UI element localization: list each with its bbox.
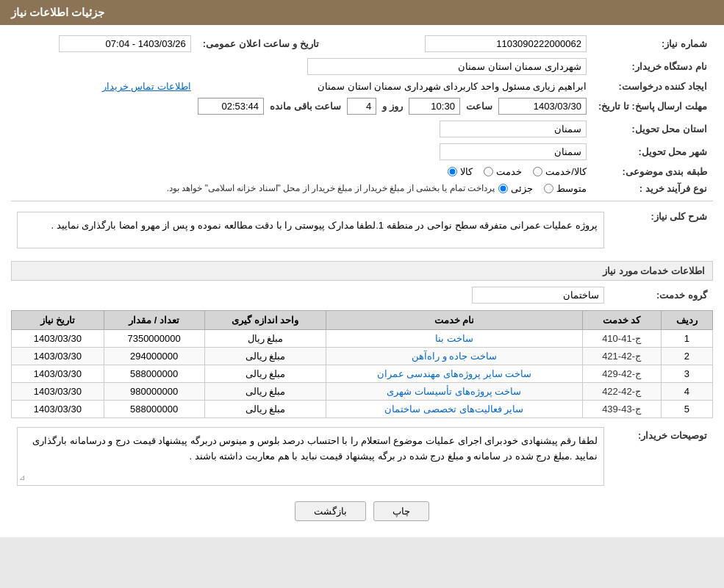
cell-name: ساخت سایر پروژه‌های مهندسی عمران <box>326 365 582 383</box>
process-option-motavset[interactable]: متوسط <box>544 183 587 194</box>
services-table: ردیف کد خدمت نام خدمت واحد اندازه گیری ت… <box>11 310 713 418</box>
cell-qty: 7350000000 <box>104 330 204 348</box>
process-radio-group: متوسط جزئی <box>498 183 587 194</box>
cell-qty: 980000000 <box>104 383 204 401</box>
process-label: نوع فرآیند خرید : <box>592 180 713 197</box>
service-group-input[interactable] <box>472 287 604 304</box>
deadline-time-label: ساعت <box>466 101 492 112</box>
col-header-code: کد خدمت <box>582 311 661 330</box>
dastgah-label: نام دستگاه خریدار: <box>592 55 713 78</box>
cell-date: 1403/03/30 <box>12 401 104 418</box>
description-box: پروژه عملیات عمرانی متفرقه سطح نواحی در … <box>17 212 604 248</box>
services-section-header: اطلاعات خدمات مورد نیاز <box>11 261 713 281</box>
cell-row: 4 <box>661 383 712 401</box>
col-header-row: ردیف <box>661 311 712 330</box>
cell-qty: 588000000 <box>104 365 204 383</box>
city-label: شهر محل تحویل: <box>592 140 713 163</box>
category-option-kala-khedmat[interactable]: کالا/خدمت <box>533 166 587 177</box>
cell-name: سایر فعالیت‌های تخصصی ساختمان <box>326 401 582 418</box>
table-row: 2 ج-42-421 ساخت جاده و راه‌آهن مبلغ ریال… <box>12 348 713 365</box>
description-label: شرح کلی نیاز: <box>610 205 713 255</box>
category-radio-group: کالا/خدمت خدمت کالا <box>448 166 587 177</box>
cell-code: ج-42-421 <box>582 348 661 365</box>
deadline-days-input[interactable] <box>347 98 376 115</box>
print-button[interactable]: چاپ <box>373 501 429 521</box>
cell-unit: مبلغ ریالی <box>204 365 326 383</box>
cell-row: 1 <box>661 330 712 348</box>
deadline-remaining-label: ساعت باقی مانده <box>270 101 341 112</box>
cell-code: ج-43-439 <box>582 401 661 418</box>
date-announce-label: تاریخ و ساعت اعلان عمومی: <box>197 32 325 55</box>
cell-row: 5 <box>661 401 712 418</box>
cell-name: ساخت پروژه‌های تأسیسات شهری <box>326 383 582 401</box>
category-option-khedmat[interactable]: خدمت <box>484 166 522 177</box>
process-note: پرداخت تمام یا بخشی از مبلغ خریدار از مب… <box>167 183 495 193</box>
info-table-top: شماره نیاز: تاریخ و ساعت اعلان عمومی: نا… <box>11 32 713 197</box>
cell-date: 1403/03/30 <box>12 330 104 348</box>
process-option-jozi[interactable]: جزئی <box>498 183 533 194</box>
col-header-date: تاریخ نیاز <box>12 311 104 330</box>
cell-unit: مبلغ ریالی <box>204 383 326 401</box>
province-label: استان محل تحویل: <box>592 118 713 140</box>
province-input[interactable] <box>440 121 587 137</box>
cell-name: ساخت جاده و راه‌آهن <box>326 348 582 365</box>
date-announce-input[interactable] <box>59 35 191 52</box>
col-header-qty: تعداد / مقدار <box>104 311 204 330</box>
description-text: پروژه عملیات عمرانی متفرقه سطح نواحی در … <box>51 220 598 231</box>
cell-code: ج-42-429 <box>582 365 661 383</box>
cell-row: 3 <box>661 365 712 383</box>
page-title: جزئیات اطلاعات نیاز <box>11 6 104 18</box>
buyer-notes-text: لطفا رقم پیشنهادی خودبرای اجرای عملیات م… <box>32 435 598 462</box>
buyer-notes-table: توصیحات خریدار: لطفا رقم پیشنهادی خودبرا… <box>11 424 713 489</box>
deadline-label: مهلت ارسال پاسخ: تا تاریخ: <box>592 95 713 118</box>
page-header: جزئیات اطلاعات نیاز <box>0 0 724 25</box>
page-wrapper: جزئیات اطلاعات نیاز شماره نیاز: تاریخ و … <box>0 0 724 537</box>
button-row: چاپ بازگشت <box>11 492 713 530</box>
contact-link[interactable]: اطلاعات تماس خریدار <box>102 81 191 92</box>
cell-row: 2 <box>661 348 712 365</box>
creator-label: ایجاد کننده درخواست: <box>592 78 713 95</box>
table-row: 1 ج-41-410 ساخت بنا مبلغ ریال 7350000000… <box>12 330 713 348</box>
resize-handle[interactable]: ⊿ <box>19 472 25 484</box>
col-header-unit: واحد اندازه گیری <box>204 311 326 330</box>
cell-qty: 588000000 <box>104 401 204 418</box>
deadline-remaining-input[interactable] <box>198 98 264 115</box>
deadline-time-input[interactable] <box>409 98 460 115</box>
creator-value: ابراهیم زیاری مسئول واحد کاربردای شهردار… <box>318 81 587 92</box>
category-option-kala[interactable]: کالا <box>448 166 473 177</box>
cell-unit: مبلغ ریالی <box>204 401 326 418</box>
back-button[interactable]: بازگشت <box>295 501 366 521</box>
deadline-date-input[interactable] <box>498 98 587 115</box>
table-row: 5 ج-43-439 سایر فعالیت‌های تخصصی ساختمان… <box>12 401 713 418</box>
table-row: 4 ج-42-422 ساخت پروژه‌های تأسیسات شهری م… <box>12 383 713 401</box>
table-row: 3 ج-42-429 ساخت سایر پروژه‌های مهندسی عم… <box>12 365 713 383</box>
cell-name: ساخت بنا <box>326 330 582 348</box>
service-group-label: گروه خدمت: <box>610 284 713 306</box>
niaz-number-input[interactable] <box>425 35 587 52</box>
cell-unit: مبلغ ریالی <box>204 348 326 365</box>
cell-date: 1403/03/30 <box>12 348 104 365</box>
content-area: شماره نیاز: تاریخ و ساعت اعلان عمومی: نا… <box>0 25 724 537</box>
buyer-notes-box: لطفا رقم پیشنهادی خودبرای اجرای عملیات م… <box>17 427 604 486</box>
buyer-notes-label: توصیحات خریدار: <box>610 424 713 489</box>
cell-date: 1403/03/30 <box>12 365 104 383</box>
cell-code: ج-41-410 <box>582 330 661 348</box>
category-label: طبقه بندی موضوعی: <box>592 163 713 180</box>
cell-date: 1403/03/30 <box>12 383 104 401</box>
description-table: شرح کلی نیاز: پروژه عملیات عمرانی متفرقه… <box>11 205 713 255</box>
cell-code: ج-42-422 <box>582 383 661 401</box>
cell-unit: مبلغ ریال <box>204 330 326 348</box>
deadline-days-label: روز و <box>382 101 403 112</box>
cell-qty: 294000000 <box>104 348 204 365</box>
niaz-number-label: شماره نیاز: <box>592 32 713 55</box>
services-section-title: اطلاعات خدمات مورد نیاز <box>603 265 705 276</box>
service-group-table: گروه خدمت: <box>11 284 713 306</box>
city-input[interactable] <box>440 143 587 160</box>
col-header-name: نام خدمت <box>326 311 582 330</box>
dastgah-input[interactable] <box>307 58 587 75</box>
